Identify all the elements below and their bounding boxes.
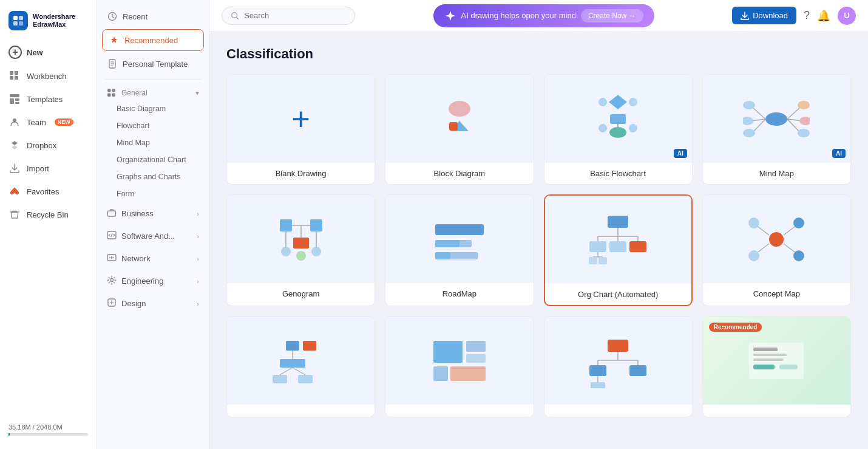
sidebar-item-team[interactable]: Team NEW: [0, 111, 97, 134]
svg-rect-48: [280, 219, 292, 231]
svg-line-77: [756, 225, 769, 235]
svg-point-45: [799, 117, 810, 125]
thumb-network1: [227, 317, 375, 405]
recommended-badge: Recommended: [709, 323, 762, 332]
svg-rect-98: [608, 340, 628, 352]
sidebar-item-new[interactable]: + New: [0, 40, 97, 64]
svg-rect-19: [108, 211, 116, 216]
card-label-recommended: [703, 405, 850, 417]
sidebar-item-recycle[interactable]: Recycle Bin: [0, 203, 97, 226]
sub-basic-diagram[interactable]: Basic Diagram: [97, 100, 209, 117]
mid-item-design[interactable]: Design ›: [97, 292, 209, 315]
card-mindmap[interactable]: AI Mind Map: [702, 74, 851, 185]
ai-banner[interactable]: AI drawing helps open your mind Create N…: [433, 4, 654, 27]
sub-graphs-charts[interactable]: Graphs and Charts: [97, 168, 209, 185]
card-label-network1: [227, 405, 375, 417]
svg-point-34: [629, 124, 637, 132]
card-genogram[interactable]: Genogram: [226, 194, 375, 306]
card-orgchart[interactable]: Org Chart (Automated): [544, 194, 693, 306]
svg-point-82: [793, 218, 804, 228]
mid-item-engineering[interactable]: Engineering ›: [97, 270, 209, 292]
thumb-genogram: [227, 195, 375, 283]
mid-item-software[interactable]: Software And... ›: [97, 225, 209, 247]
dropbox-label: Dropbox: [27, 141, 56, 150]
sidebar-item-import[interactable]: Import: [0, 157, 97, 180]
card-roadmap[interactable]: RoadMap: [385, 194, 534, 306]
svg-point-41: [743, 129, 755, 137]
download-button[interactable]: Download: [732, 7, 796, 24]
search-input[interactable]: [244, 11, 346, 20]
svg-line-42: [787, 107, 801, 119]
thumb-flowchart: AI: [544, 75, 692, 163]
pen-icon: [107, 298, 117, 309]
card-treemap[interactable]: [385, 316, 534, 417]
svg-marker-28: [609, 95, 627, 109]
storage-text: 35.18M / 2048.0M: [8, 423, 88, 431]
card-label-flowchart: Basic Flowchart: [544, 163, 692, 184]
svg-rect-49: [310, 219, 322, 231]
sub-flowchart[interactable]: Flowchart: [97, 117, 209, 134]
svg-point-76: [769, 232, 784, 247]
treemap-svg: [426, 334, 493, 388]
mid-item-recommended[interactable]: Recommended: [102, 29, 204, 51]
ai-banner-text: AI drawing helps open your mind: [461, 11, 576, 20]
svg-rect-17: [107, 94, 111, 97]
genogram-svg: [268, 212, 334, 267]
thumb-roadmap: [385, 195, 533, 283]
personal-template-label: Personal Template: [123, 60, 188, 69]
notification-button[interactable]: 🔔: [817, 9, 830, 22]
recycle-icon: [8, 208, 21, 221]
svg-point-78: [748, 218, 759, 228]
user-avatar[interactable]: U: [838, 7, 856, 25]
card-recommended[interactable]: Recommended: [702, 316, 851, 417]
svg-point-37: [743, 101, 755, 109]
sidebar-item-dropbox[interactable]: Dropbox: [0, 134, 97, 157]
sub-mind-map[interactable]: Mind Map: [97, 134, 209, 151]
workbench-label: Workbench: [27, 72, 67, 81]
svg-point-39: [743, 117, 753, 125]
recommended-card-svg: [746, 337, 807, 385]
thumb-orgchart: [545, 196, 691, 284]
card-conceptmap[interactable]: Concept Map: [702, 194, 851, 306]
mid-item-business[interactable]: Business ›: [97, 202, 209, 225]
sub-form[interactable]: Form: [97, 185, 209, 202]
card-label-conceptmap: Concept Map: [703, 283, 850, 304]
sidebar-item-new-label: New: [27, 48, 43, 57]
svg-rect-9: [10, 98, 14, 104]
svg-rect-88: [280, 359, 305, 368]
mindmap-svg: [743, 92, 810, 146]
conceptmap-svg: [743, 212, 810, 267]
mid-item-personal-template[interactable]: Personal Template: [97, 52, 209, 75]
card-network1[interactable]: [226, 316, 375, 417]
search-icon: [231, 11, 239, 21]
sidebar-item-favorites[interactable]: Favorites: [0, 180, 97, 203]
card-flowchart[interactable]: AI Basic Flowchart: [544, 74, 693, 185]
general-label: General: [121, 89, 147, 97]
card-hierarchy[interactable]: [544, 316, 693, 417]
logo-icon: [8, 11, 28, 30]
help-button[interactable]: ?: [804, 9, 810, 22]
briefcase-icon: [107, 208, 117, 219]
svg-rect-109: [753, 354, 787, 356]
flowchart-svg: [591, 89, 645, 149]
svg-point-84: [793, 250, 804, 261]
sidebar-item-workbench[interactable]: Workbench: [0, 64, 97, 87]
card-block[interactable]: Block Diagram: [385, 74, 534, 185]
search-bar[interactable]: [222, 7, 355, 25]
engineering-label: Engineering: [121, 276, 163, 286]
dropbox-icon: [8, 139, 21, 151]
svg-rect-71: [629, 241, 646, 252]
clock-icon: [107, 11, 118, 22]
ai-create-button[interactable]: Create Now →: [581, 9, 643, 22]
mid-section-general[interactable]: General ▾: [97, 83, 209, 100]
sub-org-chart[interactable]: Organizational Chart: [97, 151, 209, 168]
mid-item-network[interactable]: Network ›: [97, 247, 209, 270]
svg-line-89: [280, 368, 293, 375]
import-icon: [8, 162, 21, 174]
mid-item-recent[interactable]: Recent: [97, 5, 209, 28]
svg-line-83: [784, 244, 796, 253]
card-blank[interactable]: + Blank Drawing: [226, 74, 375, 185]
download-icon: [741, 12, 749, 20]
sidebar-item-templates[interactable]: Templates: [0, 87, 97, 111]
roadmap-svg: [426, 212, 493, 267]
